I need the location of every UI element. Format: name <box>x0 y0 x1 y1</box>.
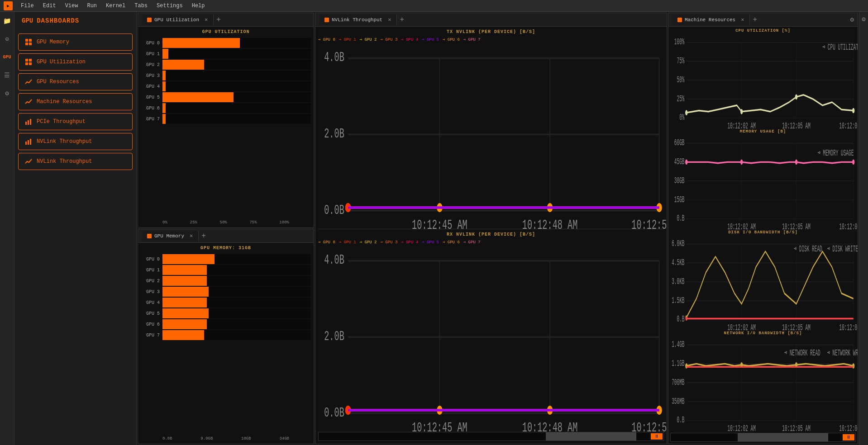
menu-file[interactable]: File <box>16 2 38 10</box>
nav-nvlink-1[interactable]: NVLink Throughput <box>18 133 133 150</box>
gpu-memory-chart-title: GPU MEMORY: 31GB <box>141 246 311 251</box>
svg-text:1.5KB: 1.5KB <box>672 295 685 306</box>
sidebar-title: DASHBOARDS <box>37 17 79 24</box>
legend-gpu0-tx: ⊸ GPU 0 <box>318 37 335 42</box>
legend-gpu5-rx: ⊸ GPU 5 <box>422 240 439 245</box>
bar-track-gpu1 <box>162 49 311 59</box>
gpu-memory-header: GPU Memory ✕ + <box>138 229 314 243</box>
tab-add-nvlink[interactable]: + <box>397 16 407 24</box>
svg-point-123 <box>685 363 687 369</box>
panel-tabs-utilization: GPU Utilization ✕ + <box>142 14 310 25</box>
svg-text:10:12:02 AM: 10:12:02 AM <box>727 221 755 232</box>
cpu-chart-svg: 100% 75% 50% 25% 0% <box>670 34 856 128</box>
svg-point-126 <box>852 363 854 369</box>
nvlink-pause-btn[interactable]: ⏸ <box>651 433 663 440</box>
machine-settings-icon[interactable]: ⚙ <box>850 16 854 24</box>
cpu-util-subpanel: CPU UTILIZATION [%] 100% 75% 50% 25% 0% <box>670 28 856 128</box>
disk-chart-svg: 6.0KB 4.5KB 3.0KB 1.5KB 0.B <box>670 236 856 330</box>
menu-run[interactable]: Run <box>82 2 101 10</box>
mem-bar-row-gpu6: GPU 6 <box>141 319 311 329</box>
tab-close-nvlink[interactable]: ✕ <box>388 16 391 23</box>
svg-rect-4 <box>25 59 28 62</box>
nav-pcie-throughput[interactable]: PCIe Throughput <box>18 113 133 130</box>
svg-rect-1 <box>29 39 32 42</box>
machine-pause-btn[interactable]: ⏸ <box>843 434 854 440</box>
gpu-memory-panel: GPU Memory ✕ + GPU MEMORY: 31GB GPU 0 <box>138 229 314 444</box>
tab-gpu-utilization[interactable]: GPU Utilization ✕ <box>142 14 214 25</box>
legend-gpu4-tx: ⊸ GPU 4 <box>401 37 418 42</box>
x-label-0: 0% <box>162 220 167 225</box>
tab-close-memory[interactable]: ✕ <box>190 232 193 239</box>
bar-label-gpu6: GPU 6 <box>141 106 160 111</box>
pause-icon: ⏸ <box>654 434 659 439</box>
mem-bar-row-gpu0: GPU 0 <box>141 254 311 264</box>
network-io-title: NETWORK I/O BANDWIDTH [B/S] <box>670 331 856 336</box>
svg-point-61 <box>685 110 687 115</box>
nav-nvlink-2[interactable]: NVLink Throughput <box>18 153 133 170</box>
right-settings-icon[interactable]: ⚙ <box>862 15 865 23</box>
cpu-chart-area: 100% 75% 50% 25% 0% <box>670 34 856 128</box>
menu-kernel[interactable]: Kernel <box>101 2 130 10</box>
icon-strip-circle[interactable]: ⊙ <box>2 33 13 44</box>
tab-add-utilization[interactable]: + <box>214 16 224 24</box>
bar-fill-gpu5 <box>162 92 234 102</box>
mem-bar-track-gpu3 <box>162 287 311 297</box>
network-chart-svg: 1.4GB 1.1GB 700MB 350MB 0.B <box>670 336 856 431</box>
svg-text:6.0KB: 6.0KB <box>672 238 685 249</box>
mem-bar-row-gpu2: GPU 2 <box>141 276 311 286</box>
icon-strip-gpu[interactable]: GPU <box>2 52 13 62</box>
mem-bar-row-gpu1: GPU 1 <box>141 265 311 275</box>
tx-chart-svg: 4.0B 2.0B 0.0B <box>318 43 664 226</box>
legend-gpu6-rx: ⊸ GPU 6 <box>443 240 460 245</box>
menu-help[interactable]: Help <box>187 2 210 10</box>
nvlink-scroll-thumb[interactable] <box>546 432 636 440</box>
gpu-memory-bar-chart: GPU 0 GPU 1 GPU 2 <box>141 252 311 436</box>
svg-text:0.B: 0.B <box>677 313 685 324</box>
menu-settings[interactable]: Settings <box>152 2 187 10</box>
svg-rect-2 <box>25 43 28 45</box>
svg-point-62 <box>740 109 743 114</box>
bar-label-gpu2: GPU 2 <box>141 62 160 67</box>
svg-text:2.0B: 2.0B <box>324 328 344 344</box>
tab-close-machine[interactable]: ✕ <box>741 16 744 23</box>
tab-gpu-memory[interactable]: GPU Memory ✕ <box>142 231 199 241</box>
x-label-50: 50% <box>219 220 227 225</box>
menu-view[interactable]: View <box>61 2 83 10</box>
mem-bar-label-gpu4: GPU 4 <box>141 300 160 305</box>
nav-gpu-memory[interactable]: GPU Memory <box>18 33 133 51</box>
tab-close-utilization[interactable]: ✕ <box>205 16 208 23</box>
sidebar: GPU DASHBOARDS GPU Memory GPU Utilizatio… <box>14 12 137 445</box>
svg-text:4.5KB: 4.5KB <box>672 257 685 268</box>
menu-tabs[interactable]: Tabs <box>130 2 152 10</box>
bar-track-gpu7 <box>162 114 311 124</box>
svg-text:15GB: 15GB <box>674 194 685 205</box>
trend-icon-3 <box>25 158 32 165</box>
mem-bar-fill-gpu6 <box>162 319 207 329</box>
nav-gpu-resources[interactable]: GPU Resources <box>18 73 133 90</box>
right-strip: ⚙ <box>859 12 868 445</box>
legend-gpu2-rx: ⊸ GPU 2 <box>360 240 377 245</box>
mem-bar-fill-gpu2 <box>162 276 207 286</box>
svg-text:1.4GB: 1.4GB <box>672 339 685 350</box>
nav-machine-resources-label: Machine Resources <box>37 99 92 105</box>
menu-edit[interactable]: Edit <box>38 2 61 10</box>
tab-machine-resources[interactable]: Machine Resources ✕ <box>672 14 750 25</box>
gpu-utilization-chart-title: GPU UTILIZATION <box>141 29 311 34</box>
tab-nvlink[interactable]: NVLink Throughput ✕ <box>319 14 397 25</box>
svg-text:25%: 25% <box>677 93 685 104</box>
nav-machine-resources[interactable]: Machine Resources <box>18 93 133 110</box>
panel-tabs-nvlink: NVLink Throughput ✕ + <box>319 14 663 25</box>
bar-label-gpu3: GPU 3 <box>141 73 160 78</box>
machine-scrollbar[interactable]: ⏸ <box>670 433 856 442</box>
icon-strip-list[interactable]: ☰ <box>2 70 13 80</box>
nav-gpu-utilization[interactable]: GPU Utilization <box>18 53 133 71</box>
x-axis-utilization: 0% 25% 50% 75% 100% <box>141 219 311 225</box>
svg-rect-10 <box>30 119 31 125</box>
svg-rect-11 <box>25 142 27 145</box>
icon-strip-folder[interactable]: 📁 <box>2 15 13 26</box>
machine-scroll-thumb[interactable] <box>738 433 828 441</box>
tab-add-memory[interactable]: + <box>199 232 209 240</box>
nvlink-scrollbar[interactable]: ⏸ <box>318 432 664 441</box>
icon-strip-puzzle[interactable]: ⚙ <box>2 88 13 99</box>
tab-add-machine[interactable]: + <box>750 16 760 24</box>
